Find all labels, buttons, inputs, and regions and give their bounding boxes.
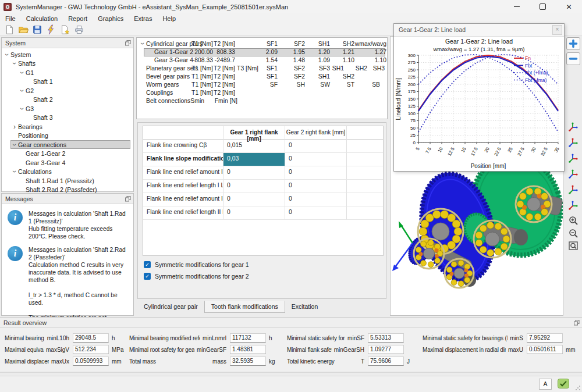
title-bar[interactable]: SystemManager - GWJ Technology GmbH - eA… [0, 0, 582, 14]
table-row-planetary-gear-sets[interactable]: Planetary gear setsT1 [Nm]T2 [Nm]T3 [Nm]… [137, 65, 387, 73]
result-field-value[interactable]: 0.0509993 [73, 357, 109, 366]
mod-value-cell[interactable]: 0 [285, 206, 347, 219]
menu-calculation[interactable]: Calculation [21, 15, 63, 23]
zoom-out-button[interactable] [566, 226, 580, 240]
system-panel-title: System [5, 40, 125, 47]
result-field-value[interactable]: 5.53313 [368, 333, 404, 343]
view-orientation-4-button[interactable] [566, 166, 580, 180]
result-field-value[interactable]: 75.9606 [368, 357, 404, 366]
table-row-gear-3-gear-4[interactable]: Gear 3-Gear 4-808.33-2489.71.541.481.091… [137, 56, 387, 65]
table-row-gear-1-gear-2[interactable]: Gear 1-Gear 2200.00808.332.091.951.201.2… [137, 48, 387, 56]
tree-item-gear-1-gear-2[interactable]: Gear 1-Gear 2 [2, 149, 133, 159]
undock-icon[interactable] [125, 40, 131, 46]
tree-item-shaft-1-rad-1-presssitz[interactable]: Shaft 1.Rad 1 (Presssitz) [2, 176, 133, 186]
tree-item-shafts[interactable]: ›Shafts [2, 59, 133, 69]
tree-item-shaft-1[interactable]: Shaft 1 [2, 77, 133, 87]
result-field-value[interactable]: 512.234 [73, 345, 109, 354]
zoom-in-button[interactable] [566, 213, 580, 227]
save-button[interactable] [30, 24, 44, 35]
table-row-cylindrical-gear-pairs[interactable]: ›Cylindrical gear pairsT1 [Nm]T2 [Nm]SF1… [137, 40, 387, 48]
tree-item-gear-connections[interactable]: ›Gear connections [2, 140, 133, 149]
status-ok-icon[interactable] [558, 379, 569, 389]
tree-item-positioning[interactable]: Positioning [2, 131, 133, 141]
table-row-worm-gears[interactable]: Worm gearsT1 [Nm]T2 [Nm]SFSHSWSTSB [137, 81, 387, 89]
new-report-button[interactable] [58, 24, 72, 35]
result-field-value[interactable]: 0.0501611 [527, 345, 563, 354]
add-view-button[interactable] [566, 37, 580, 50]
calculate-button[interactable] [44, 24, 58, 35]
view-orientation-3-button[interactable] [566, 151, 580, 165]
result-field-value[interactable]: 29048.5 [73, 333, 109, 343]
axes2-icon [568, 137, 579, 147]
print-button[interactable] [72, 24, 86, 35]
new-document-button[interactable] [2, 24, 16, 35]
tree-item-shaft-2[interactable]: Shaft 2 [2, 95, 133, 105]
tree-item-bearings[interactable]: ›Bearings [2, 122, 133, 131]
zoom-window-button[interactable] [566, 239, 580, 253]
close-icon[interactable]: × [552, 25, 562, 35]
tab-cylindrical-gear-pair[interactable]: Cylindrical gear pair [137, 301, 204, 313]
result-field-value[interactable]: 32.5935 [230, 357, 266, 366]
svg-text:0: 0 [413, 140, 416, 145]
table-row-couplings[interactable]: CouplingsT1 [Nm]T2 [Nm] [137, 89, 387, 97]
mod-value-cell[interactable]: 0 [285, 153, 347, 166]
tree-item-system[interactable]: ›System [2, 50, 133, 59]
remove-view-button[interactable] [566, 52, 580, 65]
menu-extras[interactable]: Extras [129, 15, 157, 23]
tab-tooth-flank-modifications[interactable]: Tooth flank modifications [204, 301, 285, 313]
result-field-value[interactable]: 7.95292 [527, 333, 563, 343]
font-size-button[interactable]: A [539, 379, 552, 390]
line-load-window-titlebar[interactable]: Gear 1-Gear 2: Line load × [394, 24, 564, 37]
mod-value-cell[interactable]: 0 [285, 140, 347, 152]
view-orientation-6-button[interactable] [566, 198, 580, 212]
mod-value-cell[interactable]: 0 [223, 193, 285, 206]
view-orientation-2-button[interactable] [566, 135, 580, 149]
mod-value-cell[interactable]: 0 [223, 180, 285, 193]
maximize-button[interactable] [530, 0, 556, 13]
result-field-value[interactable]: 1.48381 [230, 345, 266, 354]
view-orientation-5-button[interactable] [566, 182, 580, 196]
line-load-window[interactable]: Gear 1-Gear 2: Line load × Gear 1-Gear 2… [393, 23, 565, 172]
checkbox-symmetric-modifications-for-gear-1[interactable]: ✓Symmetric modifications for gear 1 [144, 261, 249, 268]
tree-item-calculations[interactable]: ›Calculations [2, 168, 133, 177]
result-field-unit: kg [269, 358, 283, 365]
open-file-button[interactable] [16, 24, 30, 35]
mod-row-flank-line-crowning-c: Flank line crowning Cβ0,0150 [143, 140, 383, 153]
mod-value-cell[interactable]: 0,015 [223, 140, 285, 152]
gear-connections-table: ›Cylindrical gear pairsT1 [Nm]T2 [Nm]SF1… [136, 37, 388, 119]
menu-help[interactable]: Help [157, 15, 181, 23]
view-orientation-1-button[interactable] [566, 119, 580, 133]
mod-value-cell[interactable]: 0,03 [223, 153, 285, 166]
checkbox-symmetric-modifications-for-gear-2[interactable]: ✓Symmetric modifications for gear 2 [144, 273, 249, 280]
menu-graphics[interactable]: Graphics [93, 15, 129, 23]
result-field-code: minGearSF [197, 347, 226, 353]
tree-item-label: Gear connections [18, 141, 66, 148]
mod-value-cell[interactable]: 0 [223, 206, 285, 219]
result-field-code: minSF [347, 335, 364, 341]
tree-item-g2[interactable]: ›G2 [2, 86, 133, 95]
table-row-belt-connections[interactable]: Belt connectionsSminFmin [N] [137, 97, 387, 105]
undock-icon[interactable] [125, 196, 131, 202]
result-field-value[interactable]: 117132 [230, 333, 266, 343]
close-button[interactable]: ✕ [556, 0, 582, 13]
minimize-button[interactable] [503, 0, 530, 13]
undock-icon[interactable] [574, 320, 580, 326]
mod-value-cell[interactable]: 0 [285, 193, 347, 206]
tree-item-shaft-3[interactable]: Shaft 3 [2, 113, 133, 123]
resize-grip[interactable] [575, 385, 581, 391]
tree-item-gear-3-gear-4[interactable]: Gear 3-Gear 4 [2, 158, 133, 168]
mod-value-cell[interactable]: 0 [223, 166, 285, 179]
axes6-icon [568, 199, 579, 210]
window-controls: ✕ [503, 0, 582, 13]
table-row-bevel-gear-pairs[interactable]: Bevel gear pairsT1 [Nm]T2 [Nm]SF1SF2SH1S… [137, 73, 387, 81]
tab-excitation[interactable]: Excitation [285, 301, 325, 313]
result-field-value[interactable]: 1.09277 [368, 345, 404, 354]
tree-item-g1[interactable]: ›G1 [2, 68, 133, 77]
result-field-label: Minimal static safety for bearings (ISO … [423, 335, 508, 341]
cell-value: wmax/wavg [331, 40, 386, 48]
mod-value-cell[interactable]: 0 [285, 166, 347, 179]
menu-file[interactable]: File [0, 15, 21, 23]
tree-item-g3[interactable]: ›G3 [2, 104, 133, 113]
menu-report[interactable]: Report [63, 15, 93, 23]
mod-value-cell[interactable]: 0 [285, 180, 347, 193]
